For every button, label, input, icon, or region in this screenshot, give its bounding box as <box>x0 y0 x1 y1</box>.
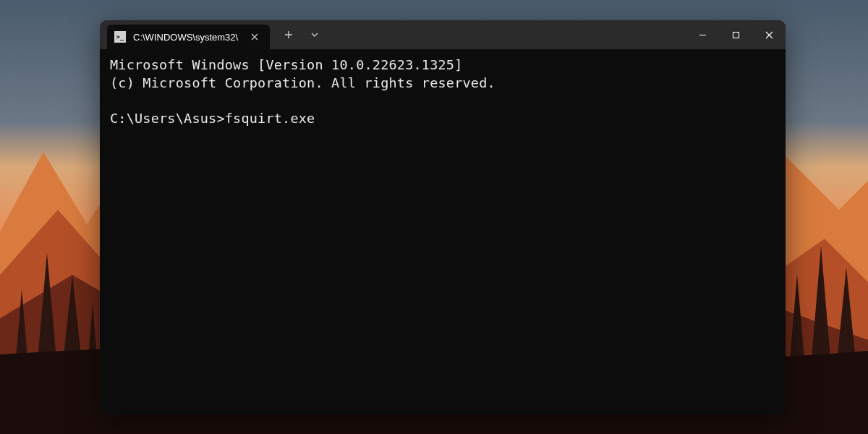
title-bar[interactable]: C:\WINDOWS\system32\ <box>100 20 786 49</box>
tab-dropdown-button[interactable] <box>302 20 328 49</box>
active-tab[interactable]: C:\WINDOWS\system32\ <box>107 25 270 49</box>
window-controls <box>686 20 786 49</box>
maximize-button[interactable] <box>719 20 752 49</box>
terminal-body[interactable]: Microsoft Windows [Version 10.0.22623.13… <box>100 49 786 414</box>
command-input[interactable]: fsquirt.exe <box>225 111 315 126</box>
output-line: Microsoft Windows [Version 10.0.22623.13… <box>110 56 775 75</box>
output-line: (c) Microsoft Corporation. All rights re… <box>110 75 775 93</box>
prompt-line: C:\Users\Asus>fsquirt.exe <box>110 110 775 128</box>
prompt-path: C:\Users\Asus> <box>110 111 225 126</box>
minimize-button[interactable] <box>686 20 719 49</box>
close-tab-button[interactable] <box>248 30 261 43</box>
new-tab-button[interactable] <box>276 20 302 49</box>
tabbar-actions <box>276 20 328 49</box>
cmd-icon <box>114 31 126 43</box>
terminal-window: C:\WINDOWS\system32\ Micros <box>100 20 786 414</box>
close-window-button[interactable] <box>752 20 786 49</box>
svg-rect-3 <box>733 32 739 38</box>
tab-title: C:\WINDOWS\system32\ <box>133 32 238 43</box>
